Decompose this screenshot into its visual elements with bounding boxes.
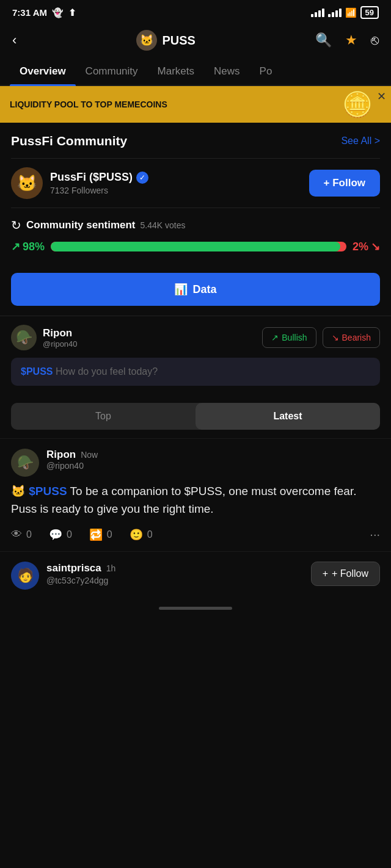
comments-icon: 💬 — [49, 528, 62, 541]
tab-markets[interactable]: Markets — [148, 59, 204, 85]
sentiment-bar-row: ↗ 98% 2% ↘ — [11, 240, 380, 253]
post-user-avatar: 🪖 — [11, 325, 37, 350]
nav-tabs: Overview Community Markets News Po — [0, 59, 391, 86]
bearish-label: Bearish — [342, 333, 371, 342]
bullish-label: Bullish — [282, 333, 307, 342]
banner: LIQUIDITY POOL TO TOP MEMECOINS 🪙 ✕ — [0, 86, 391, 123]
bottom-post-card: 🧑 saintprisca 1h @tc53c7y24dgg + + Follo… — [0, 551, 391, 599]
post-author-handle: @ripon40 — [46, 461, 98, 471]
see-all-button[interactable]: See All > — [341, 136, 380, 146]
post-time: Now — [81, 450, 98, 460]
bull-icon: ↗ — [271, 333, 279, 342]
bottom-follow-plus: + — [323, 568, 328, 579]
bottom-author-handle: @tc53c7y24dgg — [46, 576, 115, 585]
bear-arrow-icon: ↘ — [371, 240, 380, 253]
post-username: Ripon — [43, 327, 78, 339]
sentiment-bar — [51, 242, 346, 251]
post-header: 🪖 Ripon Now @ripon40 — [11, 449, 380, 477]
post-item-avatar: 🪖 — [11, 449, 39, 477]
banner-text: LIQUIDITY POOL TO TOP MEMECOINS — [10, 99, 167, 110]
post-stats: 👁 0 💬 0 🔁 0 🙂 0 ··· — [11, 527, 380, 541]
bear-percent: 2% ↘ — [353, 240, 380, 253]
tab-latest[interactable]: Latest — [196, 403, 380, 430]
status-right: 📶 59 — [311, 6, 379, 19]
post-body-ticker: $PUSS — [29, 485, 67, 497]
signal-icon — [311, 9, 324, 17]
bottom-post-meta: saintprisca 1h @tc53c7y24dgg — [46, 562, 115, 585]
sentiment-header: ↻ Community sentiment 5.44K votes — [11, 218, 380, 233]
community-section: PussFi Community See All > 🐱 PussFi ($PU… — [0, 123, 391, 208]
community-followers: 7132 Followers — [50, 186, 148, 195]
bullish-button[interactable]: ↗ Bullish — [262, 327, 316, 348]
community-details: PussFi ($PUSS) ✓ 7132 Followers — [50, 171, 148, 195]
battery-display: 59 — [360, 6, 379, 19]
views-stat: 👁 0 — [11, 528, 32, 541]
time-display: 7:31 AM — [12, 7, 47, 18]
post-item: 🪖 Ripon Now @ripon40 🐱 $PUSS To be a com… — [0, 438, 391, 551]
bottom-post-time: 1h — [106, 563, 116, 573]
search-icon[interactable]: 🔍 — [315, 32, 332, 48]
post-input-field[interactable]: $PUSS How do you feel today? — [11, 358, 380, 386]
reaction-stat: 🙂 0 — [130, 528, 153, 541]
home-indicator — [0, 599, 391, 613]
tab-more[interactable]: Po — [250, 59, 282, 85]
tab-community[interactable]: Community — [76, 59, 148, 85]
reaction-icon: 🙂 — [130, 528, 143, 541]
post-action-buttons: ↗ Bullish ↘ Bearish — [262, 327, 380, 348]
post-user-row: 🪖 Ripon @ripon40 ↗ Bullish ↘ Bearish — [11, 325, 380, 350]
header-title-area: 🐱 PUSS — [136, 30, 195, 51]
views-count: 0 — [26, 529, 32, 540]
bottom-post-right: saintprisca 1h @tc53c7y24dgg + + Follow — [46, 562, 380, 586]
post-emoji: 🐱 — [11, 485, 29, 497]
favorite-icon[interactable]: ★ — [345, 32, 357, 48]
post-author-name: Ripon — [46, 449, 76, 461]
bottom-follow-label: + Follow — [332, 568, 368, 579]
bull-percent: ↗ 98% — [11, 240, 45, 253]
post-input-placeholder: How do you feel today? — [56, 366, 158, 377]
retweet-count: 0 — [107, 529, 112, 540]
community-name: PussFi ($PUSS) — [50, 171, 133, 184]
wifi-icon: 📶 — [345, 7, 357, 18]
tab-top[interactable]: Top — [11, 403, 196, 430]
views-icon: 👁 — [11, 528, 22, 541]
bottom-follow-button[interactable]: + + Follow — [311, 562, 380, 586]
comments-count: 0 — [67, 529, 72, 540]
back-button[interactable]: ‹ — [12, 32, 16, 48]
sentiment-section: ↻ Community sentiment 5.44K votes ↗ 98% … — [0, 208, 391, 273]
retweet-stat: 🔁 0 — [89, 528, 112, 541]
header-title: PUSS — [162, 34, 195, 48]
post-handle: @ripon40 — [43, 339, 78, 349]
post-input-area: 🪖 Ripon @ripon40 ↗ Bullish ↘ Bearish $PU… — [0, 316, 391, 394]
chart-icon: 📊 — [174, 283, 188, 296]
tab-overview[interactable]: Overview — [10, 59, 76, 85]
banner-close-button[interactable]: ✕ — [377, 90, 386, 103]
post-user-details: Ripon @ripon40 — [43, 327, 78, 349]
community-info: 🐱 PussFi ($PUSS) ✓ 7132 Followers — [11, 167, 148, 199]
comments-stat: 💬 0 — [49, 528, 72, 541]
follow-button[interactable]: + Follow — [309, 170, 380, 197]
more-options-button[interactable]: ··· — [370, 527, 380, 541]
home-bar — [159, 607, 232, 610]
feed-tabs: Top Latest — [11, 403, 380, 430]
post-body: 🐱 $PUSS To be a companion to $PUSS, one … — [11, 483, 380, 518]
community-avatar: 🐱 — [11, 167, 43, 199]
tab-news[interactable]: News — [204, 59, 250, 85]
verified-badge: ✓ — [136, 172, 148, 184]
token-avatar: 🐱 — [136, 30, 157, 51]
signal-icon-2 — [328, 9, 342, 17]
data-button[interactable]: 📊 Data — [11, 273, 380, 306]
banner-coin-icon: 🪙 — [342, 90, 373, 119]
sentiment-icon: ↻ — [11, 218, 21, 233]
header-actions: 🔍 ★ ⎋ — [315, 32, 379, 48]
sentiment-bar-fill — [51, 242, 340, 251]
share-icon[interactable]: ⎋ — [371, 32, 379, 48]
bearish-button[interactable]: ↘ Bearish — [323, 327, 380, 348]
bottom-author-name: saintprisca — [46, 562, 101, 574]
upload-icon: ⬆ — [68, 7, 76, 18]
status-bar: 7:31 AM 👻 ⬆ 📶 59 — [0, 0, 391, 24]
retweet-icon: 🔁 — [89, 528, 103, 541]
community-section-header: PussFi Community See All > — [11, 134, 380, 148]
bear-icon: ↘ — [332, 333, 339, 342]
community-card: 🐱 PussFi ($PUSS) ✓ 7132 Followers + Foll… — [11, 158, 380, 208]
bull-arrow-icon: ↗ — [11, 240, 20, 253]
